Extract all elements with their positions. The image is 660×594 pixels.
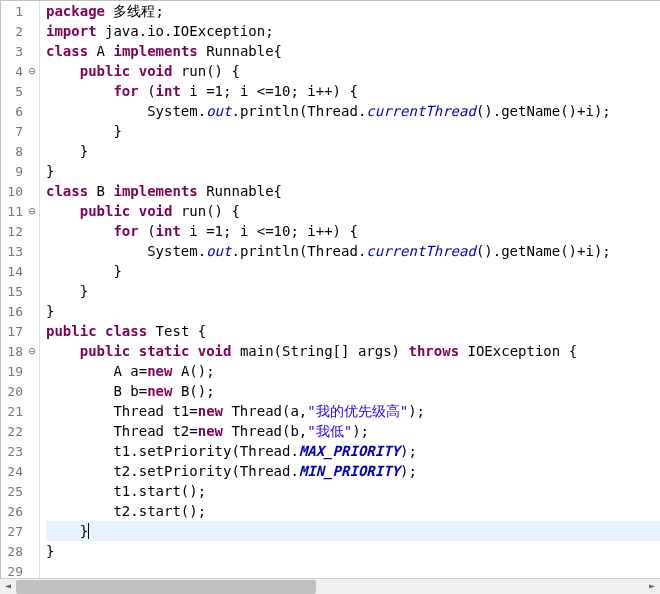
fold-icon[interactable]: ⊖ [25, 204, 39, 218]
gutter-row: 9 [1, 161, 39, 181]
code-line[interactable]: } [46, 541, 660, 561]
code-line[interactable]: t1.setPriority(Thread.MAX_PRIORITY); [46, 441, 660, 461]
token-kw: void [139, 203, 173, 219]
gutter-row: 21 [1, 401, 39, 421]
fold-icon[interactable]: ⊖ [25, 344, 39, 358]
gutter-row: 14 [1, 261, 39, 281]
code-line[interactable]: for (int i =1; i <=10; i++) { [46, 81, 660, 101]
line-number: 28 [1, 544, 25, 559]
token-field: out [206, 243, 231, 259]
code-line[interactable]: } [46, 121, 660, 141]
token-str: "我的优先级高" [307, 403, 408, 419]
code-line[interactable]: t2.setPriority(Thread.MIN_PRIORITY); [46, 461, 660, 481]
token-kw: int [156, 83, 181, 99]
token-norm [46, 223, 113, 239]
line-number: 5 [1, 84, 25, 99]
code-line[interactable]: } [46, 301, 660, 321]
token-norm: } [46, 143, 88, 159]
gutter-row: 3 [1, 41, 39, 61]
token-kw: int [156, 223, 181, 239]
code-line[interactable]: } [46, 521, 660, 541]
code-editor[interactable]: 1234⊖567891011⊖12131415161718⊖1920212223… [0, 0, 660, 594]
code-line[interactable]: t1.start(); [46, 481, 660, 501]
token-norm: Test { [147, 323, 206, 339]
gutter-row: 13 [1, 241, 39, 261]
code-line[interactable]: Thread t1=new Thread(a,"我的优先级高"); [46, 401, 660, 421]
code-line[interactable]: Thread t2=new Thread(b,"我低"); [46, 421, 660, 441]
token-kw: for [113, 83, 138, 99]
line-number: 18 [1, 344, 25, 359]
token-kw: import [46, 23, 97, 39]
token-norm: ().getName()+i); [476, 103, 611, 119]
token-norm: Thread(b, [223, 423, 307, 439]
token-norm [130, 203, 138, 219]
token-norm: A a= [46, 363, 147, 379]
code-line[interactable]: B b=new B(); [46, 381, 660, 401]
line-number: 6 [1, 104, 25, 119]
code-line[interactable]: public class Test { [46, 321, 660, 341]
code-line[interactable]: A a=new A(); [46, 361, 660, 381]
token-norm: } [46, 523, 88, 539]
token-norm: ); [400, 463, 417, 479]
line-number: 25 [1, 484, 25, 499]
token-kw: new [198, 423, 223, 439]
gutter-row: 5 [1, 81, 39, 101]
code-line[interactable]: System.out.println(Thread.currentThread(… [46, 241, 660, 261]
code-line[interactable]: public void run() { [46, 61, 660, 81]
gutter-row: 25 [1, 481, 39, 501]
gutter-row: 27 [1, 521, 39, 541]
gutter-row: 16 [1, 301, 39, 321]
token-norm: 多线程; [105, 3, 164, 19]
token-norm [46, 63, 80, 79]
code-line[interactable]: } [46, 281, 660, 301]
code-line[interactable]: t2.start(); [46, 501, 660, 521]
scroll-right-arrow[interactable]: ► [644, 579, 660, 594]
line-number: 26 [1, 504, 25, 519]
code-line[interactable]: System.out.println(Thread.currentThread(… [46, 101, 660, 121]
token-str: "我低" [307, 423, 352, 439]
token-norm: ); [408, 403, 425, 419]
token-norm: } [46, 303, 54, 319]
token-norm: i =1; i <=10; i++) { [181, 83, 358, 99]
token-norm: B [88, 183, 113, 199]
line-number: 17 [1, 324, 25, 339]
token-kw: public [80, 203, 131, 219]
scroll-thumb[interactable] [16, 580, 316, 594]
code-line[interactable]: } [46, 261, 660, 281]
gutter-row: 28 [1, 541, 39, 561]
horizontal-scrollbar[interactable]: ◄ ► [0, 578, 660, 594]
line-number: 10 [1, 184, 25, 199]
token-norm: ); [400, 443, 417, 459]
token-norm: ().getName()+i); [476, 243, 611, 259]
token-kw: new [198, 403, 223, 419]
token-kw: for [113, 223, 138, 239]
code-line[interactable]: for (int i =1; i <=10; i++) { [46, 221, 660, 241]
token-norm: IOException { [459, 343, 577, 359]
code-line[interactable]: } [46, 141, 660, 161]
code-line[interactable]: public static void main(String[] args) t… [46, 341, 660, 361]
token-kw: implements [113, 183, 197, 199]
token-norm: run() { [172, 63, 239, 79]
token-norm [46, 83, 113, 99]
code-line[interactable]: class B implements Runnable{ [46, 181, 660, 201]
token-field: currentThread [366, 103, 476, 119]
line-number: 12 [1, 224, 25, 239]
code-area[interactable]: package 多线程;import java.io.IOException;c… [40, 1, 660, 594]
code-line[interactable]: package 多线程; [46, 1, 660, 21]
code-line[interactable]: } [46, 161, 660, 181]
token-kw: static [139, 343, 190, 359]
token-norm: Thread t1= [46, 403, 198, 419]
token-norm: i =1; i <=10; i++) { [181, 223, 358, 239]
scroll-left-arrow[interactable]: ◄ [0, 579, 16, 594]
line-number: 21 [1, 404, 25, 419]
line-number: 20 [1, 384, 25, 399]
token-norm: } [46, 123, 122, 139]
token-norm: } [46, 163, 54, 179]
gutter-row: 4⊖ [1, 61, 39, 81]
gutter-row: 12 [1, 221, 39, 241]
gutter-row: 17 [1, 321, 39, 341]
code-line[interactable]: class A implements Runnable{ [46, 41, 660, 61]
code-line[interactable]: import java.io.IOException; [46, 21, 660, 41]
code-line[interactable]: public void run() { [46, 201, 660, 221]
fold-icon[interactable]: ⊖ [25, 64, 39, 78]
